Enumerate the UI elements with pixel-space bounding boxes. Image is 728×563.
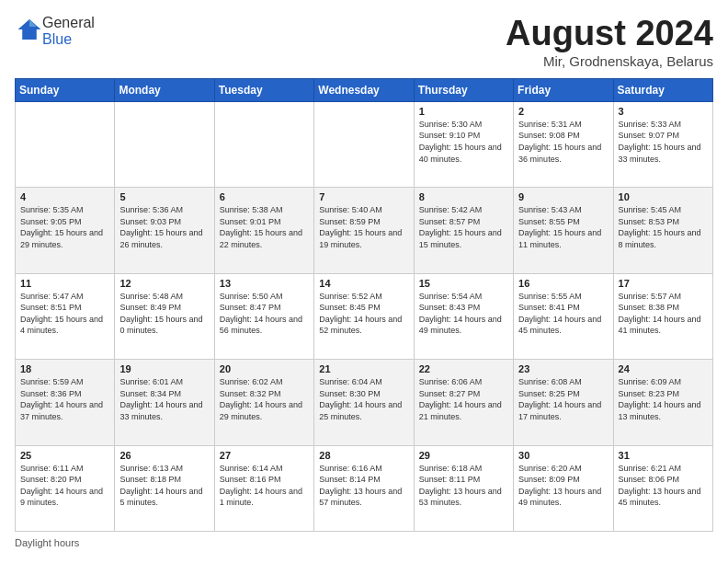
- day-number: 27: [220, 450, 309, 461]
- week-row-4: 25Sunrise: 6:11 AM Sunset: 8:20 PM Dayli…: [16, 445, 713, 531]
- calendar-cell: 19Sunrise: 6:01 AM Sunset: 8:34 PM Dayli…: [115, 360, 214, 445]
- day-number: 13: [220, 278, 309, 289]
- calendar-cell: 1Sunrise: 5:30 AM Sunset: 9:10 PM Daylig…: [414, 101, 513, 187]
- calendar-cell: [115, 101, 214, 187]
- day-info: Sunrise: 5:38 AM Sunset: 9:01 PM Dayligh…: [220, 204, 309, 250]
- day-info: Sunrise: 5:45 AM Sunset: 8:53 PM Dayligh…: [619, 204, 708, 250]
- day-number: 28: [319, 450, 408, 461]
- day-number: 30: [518, 450, 608, 461]
- calendar-cell: 14Sunrise: 5:52 AM Sunset: 8:45 PM Dayli…: [314, 273, 414, 359]
- day-number: 4: [20, 191, 109, 202]
- page: General Blue August 2024 Mir, Grodnenska…: [0, 0, 728, 563]
- calendar-cell: 6Sunrise: 5:38 AM Sunset: 9:01 PM Daylig…: [214, 188, 313, 273]
- calendar-cell: 8Sunrise: 5:42 AM Sunset: 8:57 PM Daylig…: [414, 188, 513, 273]
- day-info: Sunrise: 5:50 AM Sunset: 8:47 PM Dayligh…: [220, 291, 309, 337]
- day-info: Sunrise: 6:20 AM Sunset: 8:09 PM Dayligh…: [518, 463, 608, 509]
- calendar-cell: 17Sunrise: 5:57 AM Sunset: 8:38 PM Dayli…: [613, 273, 712, 359]
- day-number: 5: [119, 191, 209, 202]
- calendar-cell: 5Sunrise: 5:36 AM Sunset: 9:03 PM Daylig…: [115, 188, 214, 273]
- calendar-cell: 3Sunrise: 5:33 AM Sunset: 9:07 PM Daylig…: [613, 101, 712, 187]
- day-info: Sunrise: 5:54 AM Sunset: 8:43 PM Dayligh…: [419, 291, 508, 337]
- weekday-wednesday: Wednesday: [314, 78, 414, 101]
- calendar-cell: 26Sunrise: 6:13 AM Sunset: 8:18 PM Dayli…: [115, 445, 214, 531]
- day-info: Sunrise: 5:31 AM Sunset: 9:08 PM Dayligh…: [518, 119, 608, 165]
- day-number: 16: [518, 278, 608, 289]
- weekday-tuesday: Tuesday: [214, 78, 313, 101]
- calendar-cell: 30Sunrise: 6:20 AM Sunset: 8:09 PM Dayli…: [514, 445, 613, 531]
- logo-icon: [17, 17, 42, 42]
- day-number: 11: [20, 278, 109, 289]
- day-number: 2: [518, 106, 608, 117]
- day-number: 18: [20, 363, 109, 374]
- month-title: August 2024: [506, 15, 713, 53]
- week-row-3: 18Sunrise: 5:59 AM Sunset: 8:36 PM Dayli…: [16, 360, 713, 445]
- calendar-cell: 16Sunrise: 5:55 AM Sunset: 8:41 PM Dayli…: [514, 273, 613, 359]
- day-info: Sunrise: 6:11 AM Sunset: 8:20 PM Dayligh…: [20, 463, 109, 509]
- week-row-2: 11Sunrise: 5:47 AM Sunset: 8:51 PM Dayli…: [16, 273, 713, 359]
- day-info: Sunrise: 5:40 AM Sunset: 8:59 PM Dayligh…: [319, 204, 408, 250]
- calendar-cell: 27Sunrise: 6:14 AM Sunset: 8:16 PM Dayli…: [214, 445, 313, 531]
- weekday-saturday: Saturday: [613, 78, 712, 101]
- weekday-sunday: Sunday: [16, 78, 115, 101]
- calendar-cell: [314, 101, 414, 187]
- calendar-cell: 7Sunrise: 5:40 AM Sunset: 8:59 PM Daylig…: [314, 188, 414, 273]
- calendar-cell: 28Sunrise: 6:16 AM Sunset: 8:14 PM Dayli…: [314, 445, 414, 531]
- day-number: 12: [119, 278, 209, 289]
- calendar-cell: 4Sunrise: 5:35 AM Sunset: 9:05 PM Daylig…: [16, 188, 115, 273]
- header: General Blue August 2024 Mir, Grodnenska…: [15, 15, 713, 69]
- title-block: August 2024 Mir, Grodnenskaya, Belarus: [506, 15, 713, 69]
- day-number: 1: [419, 106, 508, 117]
- day-number: 14: [319, 278, 408, 289]
- day-number: 23: [518, 363, 608, 374]
- day-number: 3: [619, 106, 708, 117]
- footer: Daylight hours: [15, 537, 713, 548]
- calendar-cell: 23Sunrise: 6:08 AM Sunset: 8:25 PM Dayli…: [514, 360, 613, 445]
- day-number: 21: [319, 363, 408, 374]
- logo-text: General Blue: [42, 15, 95, 48]
- day-number: 25: [20, 450, 109, 461]
- day-number: 19: [119, 363, 209, 374]
- calendar-cell: 29Sunrise: 6:18 AM Sunset: 8:11 PM Dayli…: [414, 445, 513, 531]
- day-number: 17: [619, 278, 708, 289]
- calendar-cell: 24Sunrise: 6:09 AM Sunset: 8:23 PM Dayli…: [613, 360, 712, 445]
- calendar-cell: 13Sunrise: 5:50 AM Sunset: 8:47 PM Dayli…: [214, 273, 313, 359]
- weekday-header-row: SundayMondayTuesdayWednesdayThursdayFrid…: [16, 78, 713, 101]
- day-number: 26: [119, 450, 209, 461]
- footer-label: Daylight hours: [15, 537, 79, 548]
- calendar-cell: 11Sunrise: 5:47 AM Sunset: 8:51 PM Dayli…: [16, 273, 115, 359]
- day-info: Sunrise: 5:42 AM Sunset: 8:57 PM Dayligh…: [419, 204, 508, 250]
- day-info: Sunrise: 5:36 AM Sunset: 9:03 PM Dayligh…: [119, 204, 209, 250]
- logo: General Blue: [15, 15, 95, 48]
- calendar-cell: 20Sunrise: 6:02 AM Sunset: 8:32 PM Dayli…: [214, 360, 313, 445]
- day-number: 6: [220, 191, 309, 202]
- week-row-1: 4Sunrise: 5:35 AM Sunset: 9:05 PM Daylig…: [16, 188, 713, 273]
- day-info: Sunrise: 6:06 AM Sunset: 8:27 PM Dayligh…: [419, 376, 508, 422]
- day-info: Sunrise: 5:48 AM Sunset: 8:49 PM Dayligh…: [119, 291, 209, 337]
- day-info: Sunrise: 5:59 AM Sunset: 8:36 PM Dayligh…: [20, 376, 109, 422]
- logo-general: General: [42, 15, 95, 30]
- day-info: Sunrise: 6:21 AM Sunset: 8:06 PM Dayligh…: [619, 463, 708, 509]
- day-info: Sunrise: 5:35 AM Sunset: 9:05 PM Dayligh…: [20, 204, 109, 250]
- day-info: Sunrise: 6:02 AM Sunset: 8:32 PM Dayligh…: [220, 376, 309, 422]
- day-number: 7: [319, 191, 408, 202]
- calendar-cell: 9Sunrise: 5:43 AM Sunset: 8:55 PM Daylig…: [514, 188, 613, 273]
- day-info: Sunrise: 6:08 AM Sunset: 8:25 PM Dayligh…: [518, 376, 608, 422]
- weekday-friday: Friday: [514, 78, 613, 101]
- day-number: 24: [619, 363, 708, 374]
- day-info: Sunrise: 5:33 AM Sunset: 9:07 PM Dayligh…: [619, 119, 708, 165]
- day-number: 15: [419, 278, 508, 289]
- calendar-cell: 21Sunrise: 6:04 AM Sunset: 8:30 PM Dayli…: [314, 360, 414, 445]
- weekday-monday: Monday: [115, 78, 214, 101]
- calendar-cell: 31Sunrise: 6:21 AM Sunset: 8:06 PM Dayli…: [613, 445, 712, 531]
- day-number: 29: [419, 450, 508, 461]
- week-row-0: 1Sunrise: 5:30 AM Sunset: 9:10 PM Daylig…: [16, 101, 713, 187]
- calendar-cell: 12Sunrise: 5:48 AM Sunset: 8:49 PM Dayli…: [115, 273, 214, 359]
- day-info: Sunrise: 5:57 AM Sunset: 8:38 PM Dayligh…: [619, 291, 708, 337]
- calendar-cell: 15Sunrise: 5:54 AM Sunset: 8:43 PM Dayli…: [414, 273, 513, 359]
- day-number: 31: [619, 450, 708, 461]
- calendar-cell: 10Sunrise: 5:45 AM Sunset: 8:53 PM Dayli…: [613, 188, 712, 273]
- day-number: 22: [419, 363, 508, 374]
- weekday-thursday: Thursday: [414, 78, 513, 101]
- day-info: Sunrise: 5:52 AM Sunset: 8:45 PM Dayligh…: [319, 291, 408, 337]
- day-info: Sunrise: 5:43 AM Sunset: 8:55 PM Dayligh…: [518, 204, 608, 250]
